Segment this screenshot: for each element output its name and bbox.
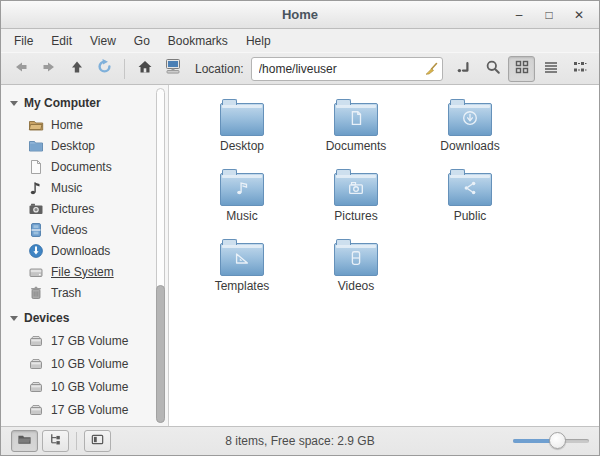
back-button[interactable] [7, 56, 34, 82]
location-input[interactable] [251, 57, 443, 81]
folder-documents[interactable]: Documents [299, 95, 413, 157]
folder-public[interactable]: Public [413, 165, 527, 227]
folder-label: Public [454, 209, 487, 223]
sidebar-section-my-computer[interactable]: My Computer [1, 92, 168, 114]
toggle-location-entry-button[interactable] [450, 56, 477, 82]
show-places-button[interactable] [11, 430, 38, 452]
folder-label: Downloads [440, 139, 499, 153]
sidebar-item-label: 10 GB Volume [51, 380, 128, 394]
folder-label: Desktop [220, 139, 264, 153]
icon-view-icon [514, 59, 530, 79]
sidebar-item-trash[interactable]: Trash [1, 282, 168, 303]
sidebar-item-pictures[interactable]: Pictures [1, 198, 168, 219]
menu-go[interactable]: Go [125, 31, 159, 51]
trash-icon [28, 285, 44, 301]
drive-icon [28, 264, 44, 280]
volume-icon [28, 356, 44, 372]
download-icon [28, 243, 44, 259]
sidebar-item-downloads[interactable]: Downloads [1, 240, 168, 261]
folder-downloads[interactable]: Downloads [413, 95, 527, 157]
compact-view-icon [572, 59, 588, 79]
up-icon [69, 59, 85, 79]
folder-label: Pictures [334, 209, 377, 223]
computer-button[interactable] [159, 56, 186, 82]
places-folder-icon [17, 432, 32, 451]
list-view-icon [543, 59, 559, 79]
sidebar-item-music[interactable]: Music [1, 177, 168, 198]
share-emblem-icon [461, 179, 479, 201]
sidebar-item-volume-1[interactable]: 17 GB Volume [1, 329, 168, 352]
menu-edit[interactable]: Edit [42, 31, 81, 51]
compact-view-button[interactable] [566, 56, 593, 82]
zoom-slider[interactable] [513, 432, 589, 450]
document-icon [28, 159, 44, 175]
sidebar-item-documents[interactable]: Documents [1, 156, 168, 177]
volume-icon [28, 379, 44, 395]
sidebar-item-file-system[interactable]: File System [1, 261, 168, 282]
menu-file[interactable]: File [5, 31, 42, 51]
folder-pictures[interactable]: Pictures [299, 165, 413, 227]
zoom-slider-handle[interactable] [549, 432, 566, 449]
sidebar-item-label: Desktop [51, 139, 95, 153]
camera-emblem-icon [347, 179, 365, 201]
sidebar-item-home[interactable]: Home [1, 114, 168, 135]
music-note-icon [28, 180, 44, 196]
sidebar-item-volume-3[interactable]: 10 GB Volume [1, 375, 168, 398]
folder-videos[interactable]: Videos [299, 235, 413, 297]
video-icon [28, 222, 44, 238]
home-icon [137, 59, 153, 79]
minimize-button[interactable]: – [511, 7, 527, 23]
folder-templates[interactable]: Templates [185, 235, 299, 297]
folder-icon [220, 173, 264, 206]
toggle-location-entry-icon [456, 59, 472, 79]
toggle-sidebar-button[interactable] [84, 430, 111, 452]
close-button[interactable]: ✕ [571, 7, 587, 23]
folder-desktop[interactable]: Desktop [185, 95, 299, 157]
menu-view[interactable]: View [81, 31, 125, 51]
sidebar: My Computer Home Deskt [1, 85, 169, 426]
download-emblem-icon [461, 109, 479, 131]
sidebar-scrollbar[interactable] [156, 88, 165, 423]
sidebar-item-desktop[interactable]: Desktop [1, 135, 168, 156]
sidebar-section-devices[interactable]: Devices [1, 307, 168, 329]
sidebar-item-label: Pictures [51, 202, 94, 216]
statusbar: 8 items, Free space: 2.9 GB [1, 426, 599, 455]
sidebar-item-volume-4[interactable]: 17 GB Volume [1, 398, 168, 421]
computer-icon [164, 58, 182, 79]
up-button[interactable] [63, 56, 90, 82]
forward-button[interactable] [35, 56, 62, 82]
titlebar[interactable]: Home – □ ✕ [1, 1, 599, 29]
folder-icon [448, 103, 492, 136]
icon-view-button[interactable] [508, 56, 535, 82]
sidebar-header-label: My Computer [24, 96, 101, 110]
home-folder-icon [28, 117, 44, 133]
template-emblem-icon [233, 249, 251, 271]
home-button[interactable] [131, 56, 158, 82]
menu-bookmarks[interactable]: Bookmarks [159, 31, 237, 51]
icon-grid: Desktop Documents [169, 85, 599, 297]
forward-icon [41, 59, 57, 79]
treeview-icon [48, 432, 63, 451]
sidebar-item-videos[interactable]: Videos [1, 219, 168, 240]
folder-music[interactable]: Music [185, 165, 299, 227]
file-view[interactable]: Desktop Documents [169, 85, 599, 426]
folder-label: Videos [338, 279, 374, 293]
sidebar-header-label: Devices [24, 311, 69, 325]
list-view-button[interactable] [537, 56, 564, 82]
maximize-button[interactable]: □ [541, 7, 557, 23]
clear-entry-broom-icon[interactable] [423, 61, 439, 77]
sidebar-scrollbar-thumb[interactable] [156, 285, 165, 423]
sidebar-item-label: 17 GB Volume [51, 334, 128, 348]
refresh-button[interactable] [91, 56, 118, 82]
sidebar-item-volume-2[interactable]: 10 GB Volume [1, 352, 168, 375]
folder-label: Templates [215, 279, 270, 293]
sidebar-item-label: 10 GB Volume [51, 357, 128, 371]
location-label: Location: [195, 62, 244, 76]
folder-icon [334, 243, 378, 276]
sidebar-item-label: 17 GB Volume [51, 403, 128, 417]
search-button[interactable] [479, 56, 506, 82]
menu-help[interactable]: Help [237, 31, 280, 51]
show-treeview-button[interactable] [42, 430, 69, 452]
sidebar-toggle-icon [90, 432, 105, 451]
toolbar-right-tools [450, 56, 593, 82]
